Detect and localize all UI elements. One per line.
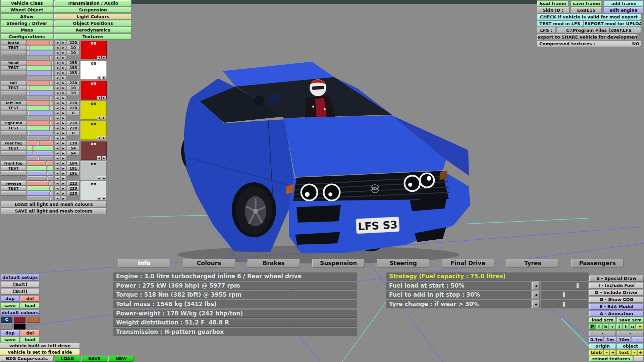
tab-colours[interactable]: Colours <box>183 259 235 267</box>
light-test-button[interactable]: TEST <box>1 106 26 110</box>
colour-load-button[interactable]: load <box>20 337 40 343</box>
light-test-button[interactable]: TEST <box>1 126 26 130</box>
red-slider[interactable] <box>27 101 53 105</box>
next-light-button[interactable]: ▶ <box>102 76 106 80</box>
tab-tyres[interactable]: Tyres <box>506 259 559 267</box>
light-test-button[interactable]: TEST <box>1 86 26 90</box>
menu-configurations[interactable]: Configurations <box>1 34 53 40</box>
increment-button[interactable]: ▶ <box>61 81 66 85</box>
load-scm-button[interactable]: load scm <box>589 317 616 323</box>
menu-vehicle-class[interactable]: Vehicle Class <box>1 0 53 6</box>
grid-0-1m-button[interactable]: 0.1m <box>589 337 603 343</box>
green-value[interactable]: 54 <box>67 146 79 150</box>
green-slider[interactable] <box>27 126 53 130</box>
next-light-button[interactable]: ▶ <box>102 176 106 180</box>
fixed-side-button[interactable]: vehicle is set to fixed side <box>0 349 80 355</box>
increment-button[interactable]: ▶ <box>61 171 66 176</box>
light-test-button[interactable]: TEST <box>1 46 26 50</box>
blue-value[interactable]: 0 <box>67 111 79 115</box>
green-slider[interactable] <box>27 166 53 171</box>
light-blank-button[interactable] <box>1 171 26 176</box>
prev-light-button[interactable]: ◀ <box>97 196 101 200</box>
green-slider[interactable] <box>27 146 53 150</box>
tab-info[interactable]: Info <box>118 259 170 267</box>
blue-slider[interactable] <box>27 131 53 135</box>
layer-t-button[interactable]: t <box>623 324 629 329</box>
decrement-button[interactable]: ◀ <box>55 176 60 181</box>
increment-button[interactable]: ▶ <box>61 66 66 70</box>
green-slider[interactable] <box>27 106 53 110</box>
blob-plus-button[interactable]: + <box>610 350 616 355</box>
show-cog-button[interactable]: G - Show COG <box>589 297 644 303</box>
layer-f-button[interactable]: f <box>596 324 602 329</box>
blob-minus-button[interactable]: - <box>604 350 609 355</box>
increment-button[interactable]: ▶ <box>61 91 66 95</box>
increment-button[interactable]: ▶ <box>61 131 66 135</box>
origin-button[interactable]: origin <box>589 344 616 349</box>
layer-u-button[interactable]: u <box>630 324 636 329</box>
menu-wheel-object[interactable]: Wheel Object <box>1 7 53 13</box>
light-colour-swatch[interactable]: on ◀ ▶ <box>80 61 107 79</box>
layer-r-button[interactable]: r <box>609 324 615 329</box>
green-slider[interactable] <box>27 46 53 50</box>
decrement-button[interactable]: ◀ <box>55 66 60 70</box>
green-value[interactable]: 220 <box>67 106 79 110</box>
decrement-button[interactable]: ◀ <box>532 300 540 308</box>
new-button[interactable]: NEW <box>108 356 134 362</box>
red-value[interactable]: 110 <box>67 141 79 145</box>
light-colour-swatch[interactable]: on ◀ ▶ <box>80 41 107 59</box>
menu-aerodynamics[interactable]: Aerodynamics <box>54 27 131 33</box>
light-name-button[interactable]: brake <box>1 41 26 45</box>
increment-button[interactable]: ▶ <box>61 96 66 100</box>
green-slider[interactable] <box>27 66 53 70</box>
decrement-button[interactable]: ◀ <box>55 96 60 100</box>
light-colour-swatch[interactable]: on ◀ ▶ <box>80 141 107 160</box>
green-slider[interactable] <box>27 86 53 90</box>
prev-light-button[interactable]: ◀ <box>97 156 101 160</box>
increment-button[interactable]: ▶ <box>61 146 66 150</box>
brightness-slider[interactable] <box>27 56 53 60</box>
layer-b-button[interactable]: b <box>603 324 609 329</box>
red-slider[interactable] <box>27 81 53 85</box>
colour-chip[interactable] <box>1 323 12 329</box>
light-name-button[interactable]: head <box>1 61 26 65</box>
colour-chip[interactable] <box>14 323 25 329</box>
light-name-button[interactable]: tail <box>1 81 26 85</box>
increment-button[interactable]: ▶ <box>61 151 66 156</box>
red-value[interactable]: 220 <box>67 41 79 45</box>
brightness-slider[interactable] <box>27 76 53 80</box>
load-all-colours-button[interactable]: LOAD all light and mesh colours <box>1 201 107 207</box>
red-slider[interactable] <box>27 181 53 186</box>
light-name-button[interactable]: left ind <box>1 101 26 105</box>
blue-slider[interactable] <box>27 111 53 115</box>
include-fuel-button[interactable]: I - Include Fuel <box>589 283 644 289</box>
setup-save-button[interactable]: save <box>1 303 19 309</box>
red-slider[interactable] <box>27 41 53 45</box>
brightness-slider[interactable] <box>27 156 53 161</box>
text-plus-button[interactable]: + <box>638 350 644 355</box>
light-name-button[interactable]: right ind <box>1 121 26 125</box>
green-slider[interactable] <box>27 186 53 191</box>
blue-slider[interactable] <box>27 51 53 55</box>
blue-value[interactable]: 10 <box>67 51 79 55</box>
next-light-button[interactable]: ▶ <box>102 196 106 200</box>
decrement-button[interactable]: ◀ <box>532 282 540 290</box>
tab-steering[interactable]: Steering <box>377 259 429 267</box>
increment-button[interactable]: ▶ <box>61 116 66 120</box>
colour-del-button[interactable]: del <box>20 330 40 336</box>
light-test-button[interactable]: TEST <box>1 146 26 150</box>
red-value[interactable]: 220 <box>67 101 79 105</box>
decrement-button[interactable]: ◀ <box>55 151 60 156</box>
green-value[interactable]: 10 <box>67 46 79 50</box>
light-name-button[interactable]: rear fog <box>1 141 26 145</box>
load-button[interactable]: LOAD <box>55 356 80 362</box>
tab-final-drive[interactable]: Final Drive <box>442 259 494 267</box>
prev-light-button[interactable]: ◀ <box>97 56 101 60</box>
decrement-button[interactable]: ◀ <box>55 71 60 75</box>
edit-model-button[interactable]: E - Edit Model <box>589 304 644 310</box>
increment-button[interactable]: ▶ <box>61 106 66 110</box>
tyre-change-slider[interactable] <box>541 300 588 308</box>
next-light-button[interactable]: ▶ <box>102 56 106 60</box>
decrement-button[interactable]: ◀ <box>55 196 60 201</box>
increment-button[interactable]: ▶ <box>61 166 66 171</box>
